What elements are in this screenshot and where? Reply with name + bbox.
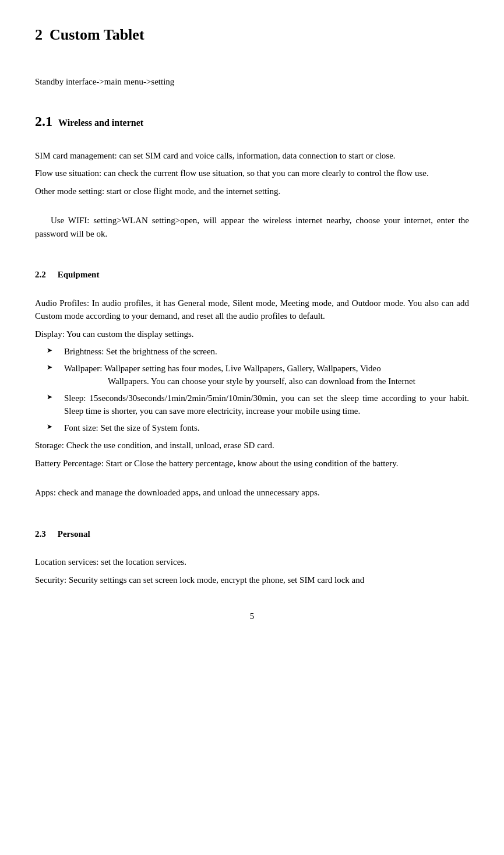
section-2-3-number: 2.3	[35, 527, 46, 541]
section-2-3-location: Location services: set the location serv…	[35, 555, 469, 569]
section-2-1-para-3: Other mode setting: start or close fligh…	[35, 185, 469, 198]
section-2-3-heading: 2.3 Personal	[35, 527, 469, 541]
bullet-wallpaper-continued: Wallpapers. You can choose your style by…	[108, 375, 469, 388]
intro-text: Standby interface->main menu->setting	[35, 75, 469, 89]
section-2-1-title: Wireless and internet	[58, 116, 143, 130]
section-2-2-display: Display: You can custom the display sett…	[35, 328, 469, 341]
section-2-3-title: Personal	[58, 527, 90, 541]
section-2-2-number: 2.2	[35, 268, 46, 282]
page-number: 5	[35, 610, 469, 623]
section-2-3-security: Security: Security settings can set scre…	[35, 573, 469, 587]
chapter-number: 2	[35, 23, 43, 46]
section-2-2-storage: Storage: Check the use condition, and in…	[35, 439, 469, 452]
section-2-1-number: 2.1	[35, 111, 52, 132]
section-2-2-title: Equipment	[58, 268, 100, 282]
section-2-2-battery: Battery Percentage: Start or Close the b…	[35, 457, 469, 470]
section-2-1-para-2: Flow use situation: can check the curren…	[35, 167, 469, 180]
bullet-brightness: Brightness: Set the brightness of the sc…	[52, 345, 469, 358]
section-2-1-para-1: SIM card management: can set SIM card an…	[35, 149, 469, 163]
section-2-1-heading: 2.1 Wireless and internet	[35, 111, 469, 132]
bullet-sleep: Sleep: 15seconds/30seconds/1min/2min/5mi…	[52, 392, 469, 418]
chapter-heading: 2 Custom Tablet	[35, 23, 469, 46]
section-2-2-audio: Audio Profiles: In audio profiles, it ha…	[35, 297, 469, 323]
display-bullet-list: Brightness: Set the brightness of the sc…	[52, 345, 469, 434]
chapter-title: Custom Tablet	[50, 23, 144, 46]
bullet-wallpaper: Wallpaper: Wallpaper setting has four mo…	[52, 362, 469, 388]
bullet-font-size: Font size: Set the size of System fonts.	[52, 421, 469, 435]
section-2-2-apps: Apps: check and manage the downloaded ap…	[35, 486, 469, 499]
section-2-2-heading: 2.2 Equipment	[35, 268, 469, 282]
section-2-1-wifi-para: Use WIFI: setting>WLAN setting>open, wil…	[35, 214, 469, 240]
